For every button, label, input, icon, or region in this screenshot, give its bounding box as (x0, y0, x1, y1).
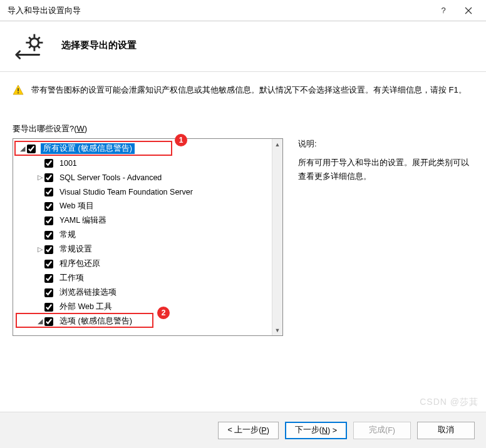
tree-checkbox[interactable] (27, 145, 36, 153)
tree-node[interactable]: ◢选项 (敏感信息警告) (13, 314, 272, 328)
prev-button[interactable]: < 上一步(P) (218, 422, 278, 439)
tree-node-label: 外部 Web 工具 (58, 302, 113, 312)
tree-node[interactable]: 外部 Web 工具 (13, 300, 272, 314)
help-button[interactable]: ? (431, 1, 456, 20)
tree-node[interactable]: YAML 编辑器 (13, 213, 272, 228)
description-panel: 说明: 所有可用于导入和导出的设置。展开此类别可以查看更多详细信息。 (298, 138, 473, 336)
watermark: CSDN @莎萁 (420, 397, 478, 408)
scroll-down-icon[interactable]: ▼ (272, 325, 282, 335)
tree-checkbox[interactable] (44, 159, 53, 168)
tree-node-label: Visual Studio Team Foundation Server (58, 188, 194, 196)
tree-checkbox[interactable] (44, 188, 53, 196)
tree-checkbox[interactable] (44, 173, 53, 182)
tree-checkbox[interactable] (44, 216, 53, 225)
tree-node-label: 常规 (58, 230, 77, 240)
description-body: 所有可用于导入和导出的设置。展开此类别可以查看更多详细信息。 (298, 156, 473, 183)
expander-closed-icon[interactable]: ▷ (36, 245, 44, 253)
tree-node-label: Web 项目 (58, 201, 95, 211)
main-section: 要导出哪些设置?(W) ◢所有设置 (敏感信息警告)1001▷SQL Serve… (0, 101, 486, 336)
tree-node-label: 所有设置 (敏感信息警告) (41, 143, 135, 154)
close-icon (465, 7, 472, 14)
tree-label: 要导出哪些设置?(W) (13, 123, 473, 135)
tree-node-label: 选项 (敏感信息警告) (58, 316, 133, 327)
description-title: 说明: (298, 138, 473, 150)
tree-node[interactable]: 浏览器链接选项 (13, 285, 272, 300)
cancel-button[interactable]: 取消 (417, 422, 475, 439)
tree-node-label: 工作项 (58, 273, 85, 283)
tree-node-label: 浏览器链接选项 (58, 287, 118, 298)
wizard-heading: 选择要导出的设置 (61, 39, 137, 51)
svg-point-0 (30, 38, 39, 47)
tree-checkbox[interactable] (44, 202, 53, 211)
tree-node[interactable]: Visual Studio Team Foundation Server (13, 185, 272, 199)
expander-open-icon[interactable]: ◢ (36, 317, 44, 325)
warning-text: 带有警告图标的设置可能会泄露知识产权信息或其他敏感信息。默认情况下不会选择这些设… (31, 83, 467, 97)
tree-checkbox[interactable] (44, 231, 53, 240)
wizard-header: 选择要导出的设置 (0, 21, 486, 72)
tree-node-label: 程序包还原 (58, 258, 101, 269)
tree-node-label: 常规设置 (58, 244, 93, 255)
finish-button: 完成(F) (353, 422, 411, 439)
svg-rect-2 (18, 92, 19, 93)
svg-rect-1 (18, 88, 19, 91)
tree-checkbox[interactable] (44, 274, 53, 283)
wizard-footer: < 上一步(P) 下一步(N) > 完成(F) 取消 (0, 412, 486, 448)
tree-node-label: YAML 编辑器 (58, 215, 108, 226)
tree-node[interactable]: 工作项 (13, 271, 272, 285)
tree-node[interactable]: 程序包还原 (13, 257, 272, 271)
tree-checkbox[interactable] (44, 288, 53, 297)
settings-tree[interactable]: ◢所有设置 (敏感信息警告)1001▷SQL Server Tools - Ad… (13, 138, 283, 336)
tree-node[interactable]: Web 项目 (13, 199, 272, 213)
tree-node-label: SQL Server Tools - Advanced (58, 173, 163, 182)
expander-closed-icon[interactable]: ▷ (36, 173, 44, 181)
tree-checkbox[interactable] (44, 245, 53, 254)
tree-checkbox[interactable] (44, 303, 53, 312)
tree-checkbox[interactable] (44, 260, 53, 268)
warning-row: 带有警告图标的设置可能会泄露知识产权信息或其他敏感信息。默认情况下不会选择这些设… (0, 72, 486, 101)
titlebar: 导入和导出设置向导 ? (0, 0, 486, 21)
scroll-up-icon[interactable]: ▲ (272, 139, 282, 150)
annotation-badge-1: 1 (175, 134, 187, 146)
tree-node[interactable]: ▷常规设置 (13, 242, 272, 257)
tree-node[interactable]: 1001 (13, 156, 272, 170)
tree-node-label: 1001 (58, 159, 78, 168)
next-button[interactable]: 下一步(N) > (285, 422, 347, 439)
tree-scrollbar[interactable]: ▲ ▼ (272, 139, 282, 335)
annotation-badge-2: 2 (157, 307, 170, 319)
gear-export-icon (13, 30, 51, 60)
tree-node[interactable]: ◢所有设置 (敏感信息警告) (13, 141, 272, 156)
tree-checkbox[interactable] (44, 317, 53, 326)
expander-open-icon[interactable]: ◢ (18, 145, 27, 153)
tree-node[interactable]: 常规 (13, 228, 272, 242)
warning-icon (13, 84, 24, 96)
window-title: 导入和导出设置向导 (8, 5, 431, 16)
tree-node[interactable]: ▷SQL Server Tools - Advanced (13, 170, 272, 185)
close-button[interactable] (456, 1, 481, 20)
